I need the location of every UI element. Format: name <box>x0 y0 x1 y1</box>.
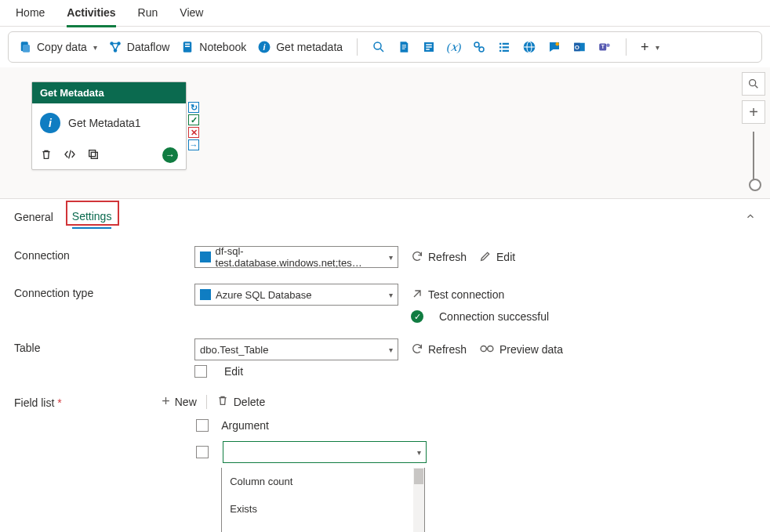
svg-point-38 <box>481 346 486 351</box>
svg-rect-20 <box>499 46 501 48</box>
svg-point-16 <box>474 42 479 47</box>
chevron-down-icon: ▾ <box>417 448 421 457</box>
form-icon[interactable] <box>422 40 436 54</box>
chat-icon[interactable] <box>547 40 561 54</box>
svg-line-11 <box>380 49 383 52</box>
tab-home[interactable]: Home <box>16 5 45 25</box>
option-column-count[interactable]: Column count <box>222 468 424 495</box>
connection-type-select[interactable]: Azure SQL Database ▾ <box>194 284 398 306</box>
svg-rect-1 <box>23 45 30 52</box>
collapse-icon[interactable] <box>745 211 756 224</box>
row-checkbox[interactable] <box>196 446 209 458</box>
dropdown-scrollbar[interactable] <box>413 468 424 532</box>
zoom-slider[interactable] <box>753 132 754 186</box>
option-exists[interactable]: Exists <box>222 495 424 523</box>
table-select[interactable]: dbo.Test_Table ▾ <box>194 338 398 360</box>
svg-rect-13 <box>426 44 432 45</box>
property-tabs: General Settings <box>0 199 770 235</box>
globe-icon[interactable] <box>522 40 536 54</box>
svg-rect-23 <box>503 50 509 52</box>
svg-point-27 <box>556 42 560 46</box>
code-icon[interactable] <box>64 148 76 163</box>
refresh-connection-button[interactable]: Refresh <box>411 250 467 265</box>
svg-text:O: O <box>575 44 579 51</box>
test-icon <box>411 288 423 302</box>
new-field-button[interactable]: + New <box>162 393 197 410</box>
sql-icon <box>200 289 211 300</box>
variable-icon[interactable]: (𝑥) <box>447 40 461 54</box>
settings-form: Connection df-sql-test.database.windows.… <box>0 235 770 532</box>
toolbar-add[interactable]: + ▾ <box>641 39 659 56</box>
toolbar-copy-data[interactable]: Copy data ▾ <box>18 40 97 54</box>
dataflow-icon <box>108 40 122 54</box>
edit-checkbox[interactable] <box>194 365 207 378</box>
select-all-checkbox[interactable] <box>196 419 209 432</box>
svg-rect-14 <box>426 46 432 48</box>
plus-icon: + <box>641 39 649 56</box>
list-icon[interactable] <box>497 40 511 54</box>
toolbar-get-metadata-label: Get metadata <box>276 41 343 53</box>
activity-node-get-metadata[interactable]: Get Metadata i Get Metadata1 → <box>31 81 187 170</box>
argument-select[interactable]: ▾ <box>223 441 427 463</box>
preview-data-button[interactable]: Preview data <box>479 343 563 356</box>
copy-data-icon <box>18 40 32 54</box>
design-canvas[interactable]: Get Metadata i Get Metadata1 → ↻ ✓ ✕ → <box>0 67 770 199</box>
canvas-search-button[interactable] <box>742 72 765 96</box>
refresh-icon <box>411 250 423 265</box>
chevron-down-icon: ▾ <box>389 253 393 262</box>
refresh-label: Refresh <box>428 343 467 356</box>
toolbar-dataflow-label: Dataflow <box>127 41 169 53</box>
notebook-icon <box>180 40 194 54</box>
success-badge-icon[interactable]: ✓ <box>188 114 199 125</box>
edit-label: Edit <box>496 251 515 263</box>
search-icon[interactable] <box>372 40 386 54</box>
toolbar-separator <box>357 38 358 56</box>
info-icon: i <box>40 113 60 133</box>
svg-rect-7 <box>185 46 190 48</box>
toolbar: Copy data ▾ Dataflow Notebook i Get meta… <box>8 31 762 63</box>
refresh-label: Refresh <box>428 251 467 263</box>
tab-view[interactable]: View <box>180 5 203 25</box>
svg-rect-22 <box>499 50 501 52</box>
refresh-table-button[interactable]: Refresh <box>411 342 467 357</box>
success-icon: ✓ <box>411 310 423 323</box>
argument-column-header: Argument <box>221 419 269 432</box>
toolbar-container: Copy data ▾ Dataflow Notebook i Get meta… <box>0 27 770 67</box>
separator <box>206 395 207 409</box>
info-icon: i <box>257 40 271 54</box>
svg-rect-6 <box>185 44 190 45</box>
outlook-icon[interactable]: O <box>572 40 587 54</box>
delete-label: Delete <box>234 396 265 408</box>
chevron-down-icon: ▾ <box>656 43 659 52</box>
node-output-badges: ↻ ✓ ✕ → <box>188 102 199 150</box>
tab-settings[interactable]: Settings <box>72 205 112 229</box>
tab-activities[interactable]: Activities <box>67 5 115 27</box>
lookup-icon[interactable] <box>472 40 486 54</box>
copy-icon[interactable] <box>87 148 100 163</box>
sql-icon <box>200 252 211 262</box>
node-title: Get Metadata1 <box>68 117 141 129</box>
tab-general[interactable]: General <box>14 206 53 228</box>
toolbar-get-metadata[interactable]: i Get metadata <box>257 40 343 54</box>
svg-rect-18 <box>499 43 501 45</box>
script-icon[interactable] <box>397 40 411 54</box>
chevron-down-icon: ▾ <box>389 346 393 354</box>
run-arrow-icon[interactable]: → <box>162 147 178 163</box>
toolbar-notebook[interactable]: Notebook <box>180 40 246 54</box>
tab-run[interactable]: Run <box>138 5 158 25</box>
option-structure[interactable]: Structure <box>222 523 424 532</box>
loop-badge-icon[interactable]: ↻ <box>188 102 199 113</box>
canvas-add-button[interactable]: + <box>742 100 765 124</box>
scrollbar-thumb[interactable] <box>414 469 423 484</box>
svg-point-36 <box>750 80 756 86</box>
teams-icon[interactable]: T <box>597 40 612 54</box>
connection-select[interactable]: df-sql-test.database.windows.net;tes… ▾ <box>194 246 398 268</box>
delete-field-button[interactable]: Delete <box>216 394 265 409</box>
edit-connection-button[interactable]: Edit <box>479 250 515 265</box>
skip-badge-icon[interactable]: → <box>188 139 199 150</box>
svg-rect-19 <box>503 43 509 45</box>
test-connection-button[interactable]: Test connection <box>411 288 504 302</box>
toolbar-dataflow[interactable]: Dataflow <box>108 40 169 54</box>
fail-badge-icon[interactable]: ✕ <box>188 127 199 138</box>
delete-icon[interactable] <box>40 148 53 163</box>
